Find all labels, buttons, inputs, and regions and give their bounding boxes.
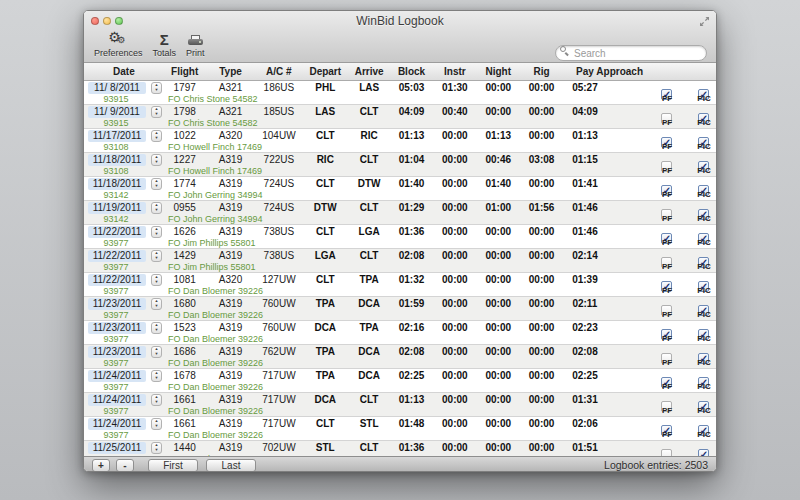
rig-cell[interactable]: 00:00 [520,346,564,357]
aircraft-cell[interactable]: 722US [255,154,302,165]
night-cell[interactable]: 00:00 [477,346,520,357]
arrive-cell[interactable]: DTW [348,178,390,189]
table-row[interactable]: 11/23/2011 ▲ ▼ 1680 A319 760UW TPA DCA 0… [84,297,716,321]
flight-cell[interactable]: 1022 [164,130,206,141]
rig-cell[interactable]: 00:00 [520,106,564,117]
block-cell[interactable]: 04:09 [390,106,433,117]
instr-cell[interactable]: 01:30 [433,82,477,93]
pay-cell[interactable]: 02:08 [564,346,607,357]
night-cell[interactable]: 00:00 [477,442,520,453]
rig-cell[interactable]: 00:00 [520,322,564,333]
flight-cell[interactable]: 1523 [164,322,206,333]
instr-cell[interactable]: 00:00 [433,418,477,429]
column-header-rig[interactable]: Rig [520,66,564,77]
arrive-cell[interactable]: DCA [348,298,390,309]
column-header-type[interactable]: Type [206,66,256,77]
block-cell[interactable]: 05:03 [390,82,433,93]
depart-cell[interactable]: LGA [302,250,348,261]
type-cell[interactable]: A319 [206,226,256,237]
block-cell[interactable]: 01:32 [390,274,433,285]
date-field[interactable]: 11/24/2011 [88,394,146,406]
table-row[interactable]: 11/23/2011 ▲ ▼ 1523 A319 760UW DCA TPA 0… [84,321,716,345]
table-row[interactable]: 11/17/2011 ▲ ▼ 1022 A320 104UW CLT RIC 0… [84,129,716,153]
date-stepper[interactable]: ▲ ▼ [151,394,162,406]
search-input[interactable] [555,45,707,61]
rig-cell[interactable]: 00:00 [520,250,564,261]
date-stepper[interactable]: ▲ ▼ [151,178,162,190]
flight-cell[interactable]: 1661 [164,394,206,405]
column-header-block[interactable]: Block [390,66,433,77]
date-field[interactable]: 11/23/2011 [88,298,146,310]
instr-cell[interactable]: 00:40 [433,106,477,117]
table-row[interactable]: 11/24/2011 ▲ ▼ 1661 A319 717UW DCA CLT 0… [84,393,716,417]
type-cell[interactable]: A321 [206,82,256,93]
instr-cell[interactable]: 00:00 [433,394,477,405]
depart-cell[interactable]: DCA [302,394,348,405]
date-stepper[interactable]: ▲ ▼ [151,370,162,382]
night-cell[interactable]: 00:00 [477,370,520,381]
date-field[interactable]: 11/ 8/2011 [88,82,146,94]
arrive-cell[interactable]: CLT [348,442,390,453]
date-stepper[interactable]: ▲ ▼ [151,202,162,214]
date-stepper[interactable]: ▲ ▼ [151,106,162,118]
arrive-cell[interactable]: LAS [348,82,390,93]
date-field[interactable]: 11/24/2011 [88,370,146,382]
pay-cell[interactable]: 01:31 [564,394,607,405]
type-cell[interactable]: A319 [206,178,256,189]
column-header-depart[interactable]: Depart [302,66,348,77]
stepper-down-icon[interactable]: ▼ [155,232,159,236]
block-cell[interactable]: 02:08 [390,250,433,261]
night-cell[interactable]: 00:00 [477,394,520,405]
date-field[interactable]: 11/22/2011 [88,250,146,262]
column-header-night[interactable]: Night [477,66,520,77]
date-field[interactable]: 11/22/2011 [88,274,146,286]
instr-cell[interactable]: 00:00 [433,178,477,189]
flight-cell[interactable]: 1797 [164,82,206,93]
arrive-cell[interactable]: RIC [348,130,390,141]
stepper-down-icon[interactable]: ▼ [155,208,159,212]
aircraft-cell[interactable]: 186US [255,82,302,93]
flight-cell[interactable]: 1227 [164,154,206,165]
date-field[interactable]: 11/17/2011 [88,130,146,142]
column-header-arrive[interactable]: Arrive [348,66,390,77]
column-header-flight[interactable]: Flight [164,66,206,77]
type-cell[interactable]: A319 [206,322,256,333]
arrive-cell[interactable]: DCA [348,370,390,381]
depart-cell[interactable]: CLT [302,418,348,429]
block-cell[interactable]: 01:04 [390,154,433,165]
block-cell[interactable]: 02:25 [390,370,433,381]
depart-cell[interactable]: TPA [302,370,348,381]
pay-cell[interactable]: 04:09 [564,106,607,117]
aircraft-cell[interactable]: 127UW [255,274,302,285]
pay-cell[interactable]: 01:46 [564,202,607,213]
column-header-date[interactable]: Date [84,66,164,77]
date-stepper[interactable]: ▲ ▼ [151,418,162,430]
rig-cell[interactable]: 00:00 [520,226,564,237]
block-cell[interactable]: 01:40 [390,178,433,189]
date-field[interactable]: 11/23/2011 [88,346,146,358]
rig-cell[interactable]: 00:00 [520,274,564,285]
rig-cell[interactable]: 01:56 [520,202,564,213]
arrive-cell[interactable]: CLT [348,106,390,117]
depart-cell[interactable]: CLT [302,178,348,189]
arrive-cell[interactable]: CLT [348,250,390,261]
stepper-down-icon[interactable]: ▼ [155,184,159,188]
aircraft-cell[interactable]: 185US [255,106,302,117]
flight-cell[interactable]: 1440 [164,442,206,453]
aircraft-cell[interactable]: 717UW [255,394,302,405]
zoom-button[interactable] [115,17,123,25]
table-row[interactable]: 11/25/2011 ▲ ▼ 1440 A319 702UW STL CLT 0… [84,441,716,456]
date-field[interactable]: 11/22/2011 [88,226,146,238]
block-cell[interactable]: 01:48 [390,418,433,429]
depart-cell[interactable]: RIC [302,154,348,165]
night-cell[interactable]: 00:00 [477,322,520,333]
date-stepper[interactable]: ▲ ▼ [151,226,162,238]
aircraft-cell[interactable]: 104UW [255,130,302,141]
pay-cell[interactable]: 02:14 [564,250,607,261]
first-button[interactable]: First [148,459,198,472]
date-field[interactable]: 11/19/2011 [88,202,146,214]
flight-cell[interactable]: 1798 [164,106,206,117]
pay-cell[interactable]: 02:06 [564,418,607,429]
last-button[interactable]: Last [206,459,256,472]
date-stepper[interactable]: ▲ ▼ [151,130,162,142]
